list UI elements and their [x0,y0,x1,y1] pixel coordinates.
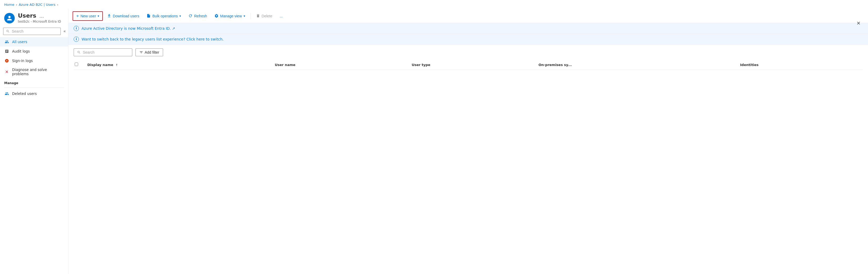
external-link-icon: ↗ [172,26,175,31]
close-icon [856,21,861,26]
info-icon-entra: i [74,26,79,31]
checkbox-col-header [74,60,84,70]
main-area: Users ... testb2c - Microsoft Entra ID « [0,9,868,274]
identities-label: Identities [740,63,758,67]
info-banner-legacy: i Want to switch back to the legacy user… [68,34,868,45]
table-header-row: Display name ↑ User name User type [74,60,863,70]
download-users-button[interactable]: Download users [104,12,142,20]
filter-search-icon [77,51,81,54]
select-all-checkbox[interactable] [75,63,78,66]
content-area: + New user ▾ Download users [68,9,868,274]
close-button[interactable] [854,19,863,27]
manage-view-button[interactable]: Manage view ▾ [211,12,248,20]
user-name-label: User name [275,63,296,67]
audit-logs-icon [4,49,9,54]
manage-view-icon [214,14,219,19]
new-user-dropdown-icon: ▾ [98,14,99,18]
filter-bar: Add filter [68,45,868,60]
download-icon [107,14,111,19]
nav-item-all-users[interactable]: All users [0,37,68,47]
nav-item-audit-logs[interactable]: Audit logs [0,47,68,56]
add-filter-label: Add filter [145,50,159,55]
delete-button[interactable]: Delete [253,12,275,20]
new-user-button[interactable]: + New user ▾ [72,11,103,21]
user-type-label: User type [412,63,430,67]
nav-item-sign-in-logs[interactable]: Sign-in logs [0,56,68,65]
page-header: Users ... testb2c - Microsoft Entra ID [0,9,68,28]
diagnose-icon [4,69,9,74]
on-premises-label: On-premises sy... [538,63,572,67]
delete-icon [256,14,260,19]
bulk-operations-label: Bulk operations [152,14,178,18]
users-avatar [4,13,15,23]
filter-icon [140,51,143,54]
page-more-button[interactable]: ... [38,12,45,19]
download-users-label: Download users [113,14,139,18]
add-filter-button[interactable]: Add filter [135,49,163,56]
info-banner-entra: i Azure Active Directory is now Microsof… [68,23,868,34]
page-header-title-row: Users ... [18,12,64,19]
breadcrumb-sep-1: › [16,3,17,7]
breadcrumb-home[interactable]: Home [4,3,14,7]
filter-search-box[interactable] [74,49,132,56]
breadcrumb: Home › Azure AD B2C | Users › [0,0,868,9]
delete-label: Delete [262,14,272,18]
sign-in-logs-label: Sign-in logs [12,59,64,63]
new-user-plus-icon: + [76,13,79,19]
person-icon [7,15,12,21]
banner-entra-link[interactable]: Azure Active Directory is now Microsoft … [82,26,175,31]
breadcrumb-users[interactable]: Azure AD B2C | Users [19,3,56,7]
refresh-label: Refresh [194,14,207,18]
sign-in-icon [4,58,9,63]
deleted-users-label: Deleted users [12,92,64,96]
banner-legacy-link[interactable]: Want to switch back to the legacy users … [82,37,224,41]
display-name-header[interactable]: Display name ↑ [84,60,272,70]
bulk-dropdown-icon: ▾ [179,14,181,18]
table-container: Display name ↑ User name User type [68,60,868,70]
audit-logs-label: Audit logs [12,49,64,53]
deleted-users-icon [4,91,9,96]
manage-section-label: Manage [0,78,68,87]
bulk-ops-icon [147,14,151,19]
identities-header[interactable]: Identities [737,60,863,70]
sidebar-search-input[interactable] [12,29,58,33]
diagnose-label: Diagnose and solve problems [12,68,64,76]
breadcrumb-sep-2: › [57,3,58,7]
filter-search-input[interactable] [83,50,129,55]
bulk-operations-button[interactable]: Bulk operations ▾ [143,12,184,20]
manage-view-dropdown-icon: ▾ [244,14,245,18]
page-subtitle: testb2c - Microsoft Entra ID [18,20,64,23]
page-header-text: Users ... testb2c - Microsoft Entra ID [18,12,64,23]
sidebar: Users ... testb2c - Microsoft Entra ID « [0,9,68,274]
toolbar: + New user ▾ Download users [68,9,868,23]
content-body: i Azure Active Directory is now Microsof… [68,23,868,274]
user-name-header[interactable]: User name [272,60,409,70]
new-user-label: New user [81,14,96,18]
more-label: ... [280,14,283,18]
sort-icon: ↑ [116,63,118,67]
nav-item-deleted-users[interactable]: Deleted users [0,89,68,98]
manage-view-label: Manage view [220,14,242,18]
info-icon-legacy: i [74,36,79,42]
on-premises-header[interactable]: On-premises sy... [535,60,737,70]
banner-legacy-text: Want to switch back to the legacy users … [82,37,224,41]
nav-divider [4,88,64,88]
sidebar-search-row: « 3 [0,28,68,37]
all-users-label: All users [12,40,64,44]
more-button[interactable]: ... [276,12,286,20]
nav-item-diagnose[interactable]: Diagnose and solve problems [0,65,68,78]
sidebar-collapse-button[interactable]: « [62,28,67,35]
toolbar-separator [250,13,251,19]
table-header: Display name ↑ User name User type [74,60,863,70]
all-users-icon [4,39,9,44]
users-table: Display name ↑ User name User type [74,60,863,70]
sidebar-search-box[interactable] [3,28,61,35]
refresh-icon [188,14,192,19]
refresh-button[interactable]: Refresh [185,12,210,20]
search-icon [6,29,10,33]
page-title: Users [18,12,36,19]
app-layout: Home › Azure AD B2C | Users › Users ... [0,0,868,274]
display-name-label: Display name [87,63,113,67]
user-type-header[interactable]: User type [408,60,535,70]
banner-entra-text: Azure Active Directory is now Microsoft … [82,26,171,31]
